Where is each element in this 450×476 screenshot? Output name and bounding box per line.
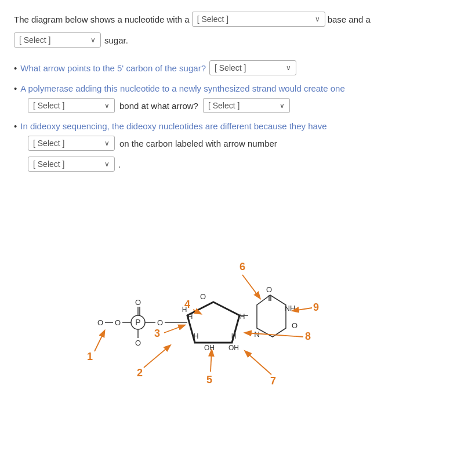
q2-bond-text: bond at what arrow? [119,101,198,111]
select-5-label: [ Select ] [208,101,239,110]
select-7-label: [ Select ] [33,159,64,169]
select-3-label: [ Select ] [215,63,246,72]
intro-line2: [ Select ] ∨ sugar. [14,32,436,48]
label-1: 1 [87,351,93,362]
sugar-text: sugar. [104,35,128,45]
o-left-label: O [115,318,121,327]
h-lower-right-1: H [231,332,237,340]
h-lower-left-1: H [194,332,199,340]
select-1-label: [ Select ] [197,14,228,24]
select-dropdown-7[interactable]: [ Select ] ∨ [28,157,115,172]
label-2: 2 [137,367,143,379]
oh-lower-left: OH [204,344,215,352]
nucleotide-diagram-svg: P O O O O O H O [63,189,387,404]
select-dropdown-6[interactable]: [ Select ] ∨ [28,136,115,151]
chevron-down-icon-6: ∨ [104,139,110,147]
chevron-down-icon-5: ∨ [280,101,285,110]
h-upper-left2: H [188,313,193,321]
q1-text: What arrow points to the 5' carbon of th… [20,63,206,73]
chevron-down-icon-2: ∨ [90,36,96,44]
h-upper-right: H [240,313,245,321]
chevron-down-icon-4: ∨ [104,101,110,110]
bullet-2-row: • A polymerase adding this nucleotide to… [14,83,436,93]
label-6: 6 [239,261,245,272]
bullet-2-sub-row: [ Select ] ∨ bond at what arrow? [ Selec… [28,98,436,113]
select-dropdown-2[interactable]: [ Select ] ∨ [14,32,101,48]
bullet-3-section: • In dideoxy sequencing, the dideoxy nuc… [14,121,436,172]
o-right-base: O [292,321,297,330]
label-9: 9 [313,301,319,313]
base-and-a-text: base and a [328,14,371,24]
q3-text: In dideoxy sequencing, the dideoxy nucle… [20,121,326,131]
bullet-3-sub-row-2: [ Select ] ∨ . [28,157,436,172]
bullet-icon-1: • [14,63,17,73]
svg-line-12 [164,325,184,333]
chevron-down-icon-7: ∨ [104,160,110,168]
label-5: 5 [206,374,212,386]
svg-line-10 [95,331,104,351]
select-dropdown-5[interactable]: [ Select ] ∨ [203,98,290,113]
select-4-label: [ Select ] [33,101,64,110]
o-top-base: O [266,285,272,294]
svg-line-14 [211,350,212,372]
svg-line-15 [242,275,260,298]
o-right-label: O [157,318,163,327]
select-6-label: [ Select ] [33,139,64,148]
o-far-left-label: O [97,318,103,327]
svg-line-16 [245,351,271,375]
o-top-label: O [135,298,141,307]
intro-text-before: The diagram below shows a nucleotide wit… [14,14,190,24]
intro-line1: The diagram below shows a nucleotide wit… [14,12,436,27]
base-ring [257,295,286,337]
bullet-icon-2: • [14,83,17,93]
select-dropdown-4[interactable]: [ Select ] ∨ [28,98,115,113]
chevron-down-icon-1: ∨ [315,15,320,23]
o-sugar-top: O [200,292,206,301]
bullet-3-sub-row-1: [ Select ] ∨ on the carbon labeled with … [28,136,436,151]
nucleotide-diagram-container: P O O O O O H O [63,189,387,404]
select-dropdown-3[interactable]: [ Select ] ∨ [209,60,296,75]
phosphorus-label: P [135,318,140,327]
select-dropdown-1[interactable]: [ Select ] ∨ [192,12,325,27]
label-8: 8 [305,330,311,342]
period-text: . [118,159,121,169]
bullet-1-row: • What arrow points to the 5' carbon of … [14,60,436,75]
select-2-label: [ Select ] [19,35,50,45]
bullet-1-section: • What arrow points to the 5' carbon of … [14,60,436,75]
bullet-3-row: • In dideoxy sequencing, the dideoxy nuc… [14,121,436,131]
bullet-2-section: • A polymerase adding this nucleotide to… [14,83,436,113]
chevron-down-icon-3: ∨ [286,64,291,72]
o-bottom-label: O [135,339,141,347]
svg-line-11 [144,346,170,368]
bullet-icon-3: • [14,121,17,131]
label-3: 3 [154,328,160,339]
label-4: 4 [184,299,190,310]
q3-on-carbon-text: on the carbon labeled with arrow number [119,139,277,148]
svg-line-18 [293,308,312,311]
q2-text: A polymerase adding this nucleotide to a… [20,83,345,93]
nh-label: NH [285,304,296,313]
oh-lower-right: OH [228,344,239,352]
label-7: 7 [270,375,276,387]
